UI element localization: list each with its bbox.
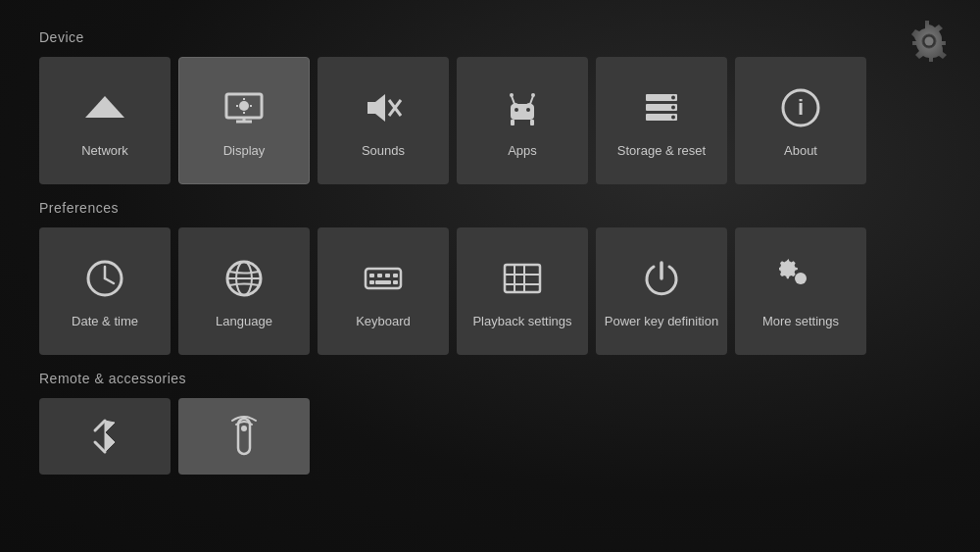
tile-date-time[interactable]: Date & time: [39, 227, 171, 355]
svg-point-50: [795, 273, 807, 284]
svg-rect-43: [375, 280, 391, 284]
keyboard-label: Keyboard: [356, 314, 411, 328]
gear-button[interactable]: [906, 18, 953, 65]
power-key-label: Power key definition: [605, 314, 718, 328]
svg-point-6: [239, 101, 249, 111]
remote-tiles-row: [39, 398, 941, 475]
storage-label: Storage & reset: [617, 143, 706, 158]
clock-icon: [81, 255, 128, 302]
tile-sounds[interactable]: Sounds: [318, 57, 449, 184]
svg-point-28: [671, 115, 675, 119]
playback-label: Playback settings: [472, 314, 571, 328]
svg-point-21: [510, 93, 514, 97]
svg-rect-39: [377, 274, 382, 277]
tile-keyboard[interactable]: Keyboard: [318, 227, 449, 355]
tile-bluetooth[interactable]: [39, 398, 171, 475]
tile-remote[interactable]: [178, 398, 310, 475]
sounds-icon: [360, 84, 407, 131]
network-label: Network: [81, 143, 128, 158]
svg-text:i: i: [798, 95, 804, 120]
language-icon: [220, 255, 268, 302]
apps-label: Apps: [508, 143, 537, 158]
svg-marker-2: [85, 96, 124, 118]
device-section-label: Device: [39, 29, 941, 45]
svg-rect-17: [511, 120, 514, 125]
tile-about[interactable]: i About: [735, 57, 866, 184]
svg-line-33: [105, 278, 114, 283]
apps-icon: [499, 84, 546, 131]
tile-power-key[interactable]: Power key definition: [596, 227, 727, 355]
svg-rect-38: [369, 274, 374, 277]
tile-playback[interactable]: Playback settings: [457, 227, 588, 355]
remote-icon: [220, 413, 268, 460]
more-settings-icon: [777, 255, 824, 302]
tile-network[interactable]: Network: [39, 57, 171, 184]
tile-more-settings[interactable]: More settings: [735, 227, 866, 355]
svg-marker-11: [368, 94, 385, 122]
svg-point-20: [526, 108, 530, 112]
tile-language[interactable]: Language: [178, 227, 310, 355]
svg-rect-51: [238, 419, 250, 454]
keyboard-icon: [360, 255, 407, 302]
svg-rect-44: [393, 280, 398, 284]
svg-rect-37: [366, 269, 401, 288]
preferences-section-label: Preferences: [39, 200, 941, 216]
svg-point-52: [241, 426, 247, 431]
svg-rect-40: [385, 274, 390, 277]
display-label: Display: [223, 143, 266, 158]
svg-rect-41: [393, 274, 398, 277]
preferences-tiles-row: Date & time Language: [39, 227, 941, 355]
svg-rect-18: [530, 120, 534, 125]
svg-point-26: [671, 95, 675, 99]
about-label: About: [784, 143, 817, 158]
tile-apps[interactable]: Apps: [457, 57, 588, 184]
storage-icon: [638, 84, 685, 131]
network-icon: [81, 84, 128, 131]
date-time-label: Date & time: [72, 314, 138, 328]
playback-icon: [499, 255, 546, 302]
more-settings-label: More settings: [762, 314, 839, 328]
svg-point-22: [531, 93, 535, 97]
bluetooth-icon: [81, 413, 128, 460]
svg-rect-16: [511, 104, 534, 120]
gear-icon: [908, 21, 950, 62]
remote-section-label: Remote & accessories: [39, 371, 941, 386]
power-icon: [638, 255, 685, 302]
svg-point-19: [514, 108, 518, 112]
tile-display[interactable]: Display: [178, 57, 310, 184]
tile-storage[interactable]: Storage & reset: [596, 57, 727, 184]
svg-point-1: [925, 37, 934, 46]
svg-point-27: [671, 105, 675, 109]
device-tiles-row: Network Display: [39, 57, 941, 184]
svg-rect-45: [505, 265, 540, 292]
display-icon: [220, 84, 268, 131]
about-icon: i: [777, 84, 824, 131]
sounds-label: Sounds: [362, 143, 405, 158]
language-label: Language: [216, 314, 272, 328]
svg-rect-42: [369, 280, 374, 284]
